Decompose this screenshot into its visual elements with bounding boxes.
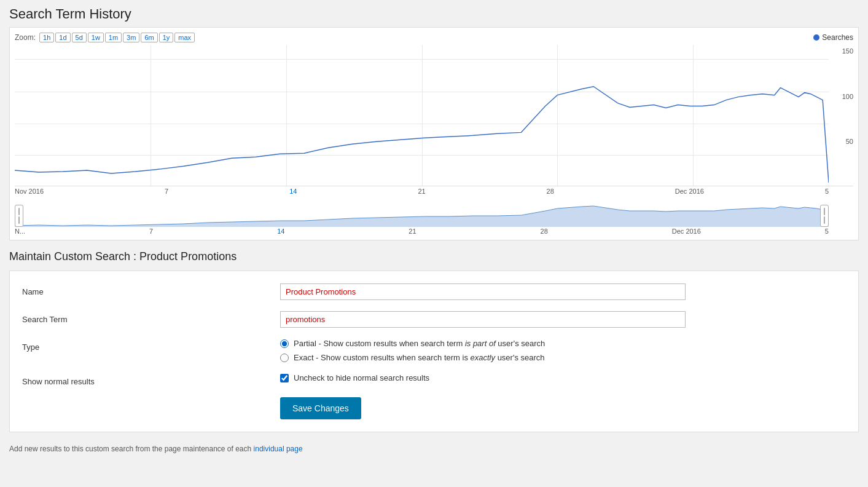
name-input[interactable] <box>280 283 686 300</box>
mini-x-label-28: 28 <box>541 228 548 235</box>
radio-exact-label: Exact - Show custom results when search … <box>294 353 545 362</box>
mini-x-label-n: N... <box>15 228 25 235</box>
y-label-50: 50 <box>829 138 853 145</box>
form-container: Name Search Term Type Partial - Show cus… <box>9 271 859 432</box>
name-control <box>280 283 846 300</box>
y-label-100: 100 <box>829 93 853 100</box>
name-label: Name <box>22 283 280 296</box>
zoom-1d-button[interactable]: 1d <box>55 33 70 42</box>
footer-note: Add new results to this custom search fr… <box>9 440 859 456</box>
radio-exact-option[interactable]: Exact - Show custom results when search … <box>280 353 846 362</box>
radio-partial-input[interactable] <box>280 339 289 348</box>
x-label-dec2016: Dec 2016 <box>675 188 704 195</box>
show-normal-label: Show normal results <box>22 373 280 386</box>
show-normal-text: Uncheck to hide normal search results <box>294 373 429 382</box>
footer-note-start: Add new results to this custom search fr… <box>9 445 254 453</box>
search-term-control <box>280 311 846 328</box>
zoom-controls: Zoom: 1h 1d 5d 1w 1m 3m 6m 1y max <box>15 33 195 42</box>
radio-group-type: Partial - Show custom results when searc… <box>280 339 846 362</box>
show-normal-checkbox[interactable] <box>280 374 289 382</box>
save-spacer <box>22 397 280 401</box>
mini-chart <box>15 196 853 227</box>
grip-right-2 <box>824 216 825 224</box>
footer-note-link[interactable]: individual page <box>254 445 303 453</box>
save-changes-button[interactable]: Save Changes <box>280 397 361 419</box>
zoom-max-button[interactable]: max <box>174 33 195 42</box>
radio-exact-input[interactable] <box>280 354 289 362</box>
chart-y-labels: 150 100 50 <box>829 45 853 186</box>
x-label-nov2016: Nov 2016 <box>15 188 44 195</box>
zoom-label: Zoom: <box>15 33 36 42</box>
mini-x-label-dec2016: Dec 2016 <box>672 228 701 235</box>
radio-partial-option[interactable]: Partial - Show custom results when searc… <box>280 339 846 348</box>
legend-label-searches: Searches <box>822 33 853 42</box>
form-row-search-term: Search Term <box>22 311 846 328</box>
radio-partial-label: Partial - Show custom results when searc… <box>294 339 545 348</box>
main-chart-line <box>15 87 829 183</box>
search-term-input[interactable] <box>280 311 686 328</box>
form-row-type: Type Partial - Show custom results when … <box>22 339 846 362</box>
save-control: Save Changes <box>280 397 846 419</box>
mini-x-label-7: 7 <box>149 228 153 235</box>
zoom-1m-button[interactable]: 1m <box>105 33 122 42</box>
x-label-7: 7 <box>165 188 168 195</box>
mini-x-label-5: 5 <box>825 228 829 235</box>
x-label-28: 28 <box>547 188 554 195</box>
search-term-label: Search Term <box>22 311 280 324</box>
chart-legend: Searches <box>813 33 853 42</box>
mini-chart-x-labels: N... 7 14 21 28 Dec 2016 5 <box>15 227 853 235</box>
form-row-show-normal: Show normal results Uncheck to hide norm… <box>22 373 846 386</box>
chart-x-labels-main: Nov 2016 7 14 21 28 Dec 2016 5 <box>15 186 853 195</box>
page-title: Search Term History <box>9 6 859 22</box>
line-chart-svg <box>15 45 829 186</box>
show-normal-checkbox-label[interactable]: Uncheck to hide normal search results <box>280 373 846 382</box>
chart-top-bar: Zoom: 1h 1d 5d 1w 1m 3m 6m 1y max Search… <box>15 33 853 42</box>
grip-left-2 <box>18 216 20 224</box>
zoom-5d-button[interactable]: 5d <box>72 33 87 42</box>
type-label: Type <box>22 339 280 352</box>
form-section-title: Maintain Custom Search : Product Promoti… <box>9 250 859 263</box>
zoom-1y-button[interactable]: 1y <box>159 33 174 42</box>
x-label-21: 21 <box>418 188 425 195</box>
range-handle-left[interactable] <box>15 205 23 227</box>
show-normal-control: Uncheck to hide normal search results <box>280 373 846 382</box>
grip-right <box>824 208 825 215</box>
zoom-6m-button[interactable]: 6m <box>141 33 157 42</box>
range-handle-right[interactable] <box>820 205 829 227</box>
mini-chart-svg <box>15 196 829 227</box>
grip-left <box>18 208 20 215</box>
zoom-1h-button[interactable]: 1h <box>39 33 54 42</box>
zoom-3m-button[interactable]: 3m <box>123 33 139 42</box>
x-label-14: 14 <box>289 188 297 195</box>
type-control: Partial - Show custom results when searc… <box>280 339 846 362</box>
form-row-name: Name <box>22 283 846 300</box>
chart-container: Zoom: 1h 1d 5d 1w 1m 3m 6m 1y max Search… <box>9 27 859 240</box>
mini-x-label-14: 14 <box>277 228 284 235</box>
zoom-1w-button[interactable]: 1w <box>88 33 104 42</box>
form-row-save: Save Changes <box>22 397 846 419</box>
x-label-5: 5 <box>825 188 829 195</box>
legend-dot-searches <box>813 34 819 41</box>
mini-x-label-21: 21 <box>409 228 416 235</box>
y-label-150: 150 <box>829 47 853 55</box>
main-chart: 150 100 50 <box>15 45 853 186</box>
